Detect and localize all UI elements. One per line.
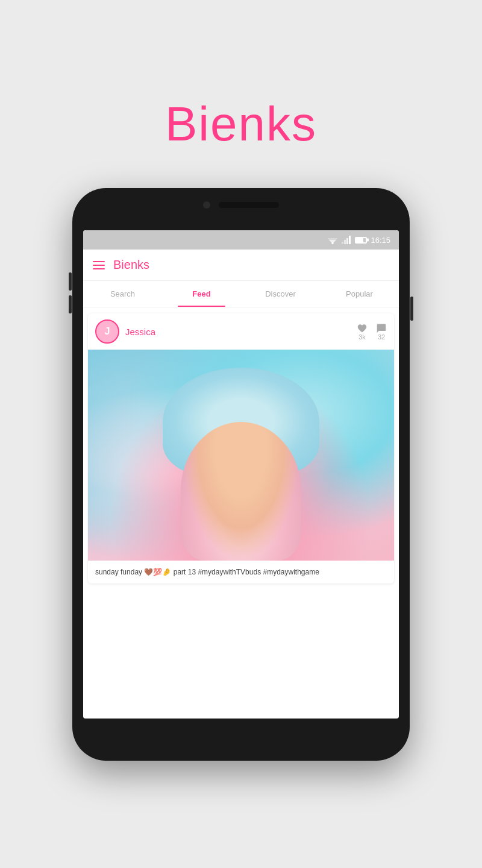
comment-count: 32 bbox=[378, 333, 385, 341]
phone-top-hardware bbox=[203, 201, 279, 209]
phone-mockup: 16:15 Bienks Search Feed Discover Popula… bbox=[72, 188, 410, 761]
svg-rect-6 bbox=[346, 238, 348, 244]
volume-up-button bbox=[69, 272, 72, 291]
tab-search[interactable]: Search bbox=[83, 281, 162, 307]
status-time: 16:15 bbox=[371, 236, 390, 245]
phone-shell: 16:15 Bienks Search Feed Discover Popula… bbox=[72, 188, 410, 761]
post-caption: sunday funday 🤎💯🤌 part 13 #mydaywithTVbu… bbox=[88, 561, 394, 583]
wifi-icon bbox=[327, 236, 338, 244]
power-button bbox=[410, 297, 413, 321]
battery-icon bbox=[355, 237, 367, 244]
volume-down-button bbox=[69, 295, 72, 313]
svg-rect-5 bbox=[344, 240, 346, 244]
status-icons: 16:15 bbox=[327, 236, 390, 245]
svg-rect-4 bbox=[342, 242, 343, 244]
post-stats: 3k 32 bbox=[357, 323, 387, 341]
comment-icon bbox=[376, 323, 387, 333]
heart-icon bbox=[357, 323, 368, 333]
header-app-name: Bienks bbox=[113, 258, 149, 272]
tab-discover[interactable]: Discover bbox=[241, 281, 320, 307]
tab-popular[interactable]: Popular bbox=[320, 281, 399, 307]
avatar: J bbox=[95, 319, 119, 344]
signal-icon bbox=[342, 236, 351, 244]
bubble-gum-visual bbox=[224, 455, 266, 494]
phone-screen: 16:15 Bienks Search Feed Discover Popula… bbox=[83, 230, 399, 719]
app-title: Bienks bbox=[165, 96, 317, 152]
phone-side-buttons bbox=[410, 297, 413, 321]
camera-dot bbox=[203, 201, 210, 209]
tabs-bar: Search Feed Discover Popular bbox=[83, 281, 399, 307]
like-count: 3k bbox=[358, 333, 366, 341]
username: Jessica bbox=[125, 327, 155, 337]
post-header: J Jessica 3k bbox=[88, 313, 394, 350]
likes-stat[interactable]: 3k bbox=[357, 323, 368, 341]
hamburger-menu-icon[interactable] bbox=[93, 261, 105, 269]
post-user[interactable]: J Jessica bbox=[95, 319, 155, 344]
app-header: Bienks bbox=[83, 250, 399, 281]
post-card: J Jessica 3k bbox=[88, 313, 394, 583]
phone-left-buttons bbox=[69, 272, 72, 313]
post-image bbox=[88, 350, 394, 561]
status-bar: 16:15 bbox=[83, 230, 399, 250]
tab-feed[interactable]: Feed bbox=[162, 281, 241, 307]
svg-rect-7 bbox=[349, 236, 351, 244]
comments-stat[interactable]: 32 bbox=[376, 323, 387, 341]
speaker-grille bbox=[219, 202, 279, 208]
